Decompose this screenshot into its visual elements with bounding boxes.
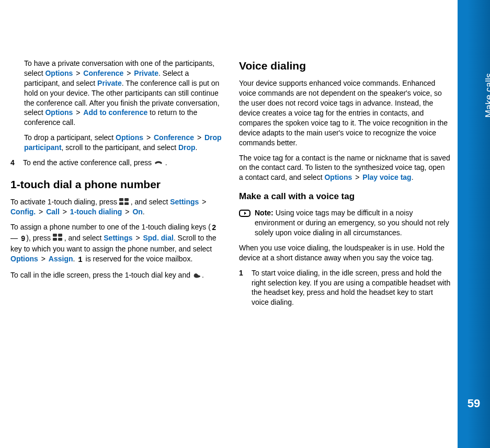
text: To activate 1-touch dialing, press <box>10 198 119 206</box>
text: , and select <box>131 198 170 206</box>
step-body: To start voice dialing, in the idle scre… <box>252 268 451 308</box>
sep: > <box>199 198 207 206</box>
svg-rect-5 <box>58 234 62 237</box>
svg-rect-0 <box>119 198 123 201</box>
play-voice-tag-link: Play voice tag <box>362 173 411 181</box>
para-drop: To drop a participant, select Options > … <box>24 133 222 153</box>
text: . <box>196 143 198 152</box>
send-key-icon <box>192 271 202 277</box>
key-1-icon: 1 <box>77 255 83 265</box>
drop-link: Drop <box>178 143 196 152</box>
right-column: Voice dialing Your device supports enhan… <box>239 59 451 313</box>
sep: > <box>73 69 83 77</box>
text: . <box>143 208 145 216</box>
sep: > <box>123 69 134 77</box>
side-tab: Make calls 59 <box>458 0 490 448</box>
text: Using voice tags may be difficult in a n… <box>255 209 449 237</box>
on-link: On <box>132 208 142 216</box>
para-voice-tag: The voice tag for a contact is the name … <box>239 153 451 183</box>
text: To end the active conference call, press <box>23 158 154 167</box>
text: , scroll to the participant, and select <box>62 143 178 152</box>
settings-link: Settings <box>104 234 132 242</box>
text: To assign a phone number to one of the 1… <box>10 223 211 231</box>
private-link: Private <box>97 79 122 87</box>
section-label: Make calls <box>483 73 490 118</box>
conference-private-paragraph: To have a private conversation with one … <box>10 59 222 153</box>
para-loudspeaker: When you use voice dialing, the loudspea… <box>239 243 451 263</box>
step-4: 4 To end the active conference call, pre… <box>10 158 222 168</box>
para-assign-one-touch: To assign a phone number to one of the 1… <box>10 222 222 265</box>
heading-one-touch-dial: 1-touch dial a phone number <box>10 177 222 192</box>
text: , and select <box>64 234 104 242</box>
menu-key-icon <box>53 234 62 240</box>
step-number: 1 <box>239 268 246 308</box>
sep: > <box>352 173 362 181</box>
sep: > <box>60 208 70 216</box>
svg-rect-4 <box>53 234 57 237</box>
text: To drop a participant, select <box>24 133 116 142</box>
sep: > <box>143 133 154 142</box>
svg-rect-7 <box>58 238 62 241</box>
config-link: Config. <box>10 208 36 216</box>
text: ), press <box>26 234 53 242</box>
options-link: Options <box>45 69 73 77</box>
note-label: Note: <box>255 209 274 217</box>
sep: > <box>38 255 49 263</box>
text: — <box>10 234 20 242</box>
private-link: Private <box>134 69 158 77</box>
sep: > <box>73 108 83 117</box>
heading-make-call-voice-tag: Make a call with a voice tag <box>239 191 451 203</box>
key-2-icon: 2 <box>211 223 217 233</box>
svg-rect-2 <box>119 202 123 205</box>
text: . <box>202 271 204 279</box>
options-link: Options <box>116 133 143 142</box>
sep: > <box>133 234 143 242</box>
para-private: To have a private conversation with one … <box>24 59 222 128</box>
sep: > <box>194 133 204 142</box>
key-9-icon: 9 <box>20 234 26 244</box>
text: . <box>73 255 77 263</box>
end-key-icon <box>154 158 163 165</box>
note-text: Note: Using voice tags may be difficult … <box>255 208 451 238</box>
step-number: 4 <box>10 158 18 168</box>
step-body: To end the active conference call, press… <box>23 158 222 168</box>
sep: > <box>122 208 132 216</box>
spd-dial-link: Spd. dial <box>143 234 173 242</box>
page-number: 59 <box>458 396 490 411</box>
text: To call in the idle screen, press the 1-… <box>10 271 192 279</box>
svg-rect-1 <box>124 198 129 201</box>
call-link: Call <box>46 208 60 216</box>
sep: > <box>36 208 46 216</box>
text: is reserved for the voice mailbox. <box>84 255 193 263</box>
note-block: Note: Using voice tags may be difficult … <box>239 208 451 238</box>
heading-voice-dialing: Voice dialing <box>239 59 451 73</box>
left-column: To have a private conversation with one … <box>10 59 222 313</box>
text: . <box>165 158 167 167</box>
assign-link: Assign <box>49 255 73 263</box>
conference-link: Conference <box>83 69 123 77</box>
para-call-idle: To call in the idle screen, press the 1-… <box>10 270 222 280</box>
svg-rect-6 <box>53 238 57 241</box>
one-touch-dialing-link: 1-touch dialing <box>70 208 122 216</box>
menu-key-icon <box>119 198 129 204</box>
settings-link: Settings <box>170 198 199 206</box>
note-icon <box>239 209 250 238</box>
add-to-conference-link: Add to conference <box>83 108 147 117</box>
content-columns: To have a private conversation with one … <box>10 59 451 313</box>
options-link: Options <box>324 173 352 181</box>
text: . <box>412 173 414 181</box>
para-activate-one-touch: To activate 1-touch dialing, press , and… <box>10 197 222 217</box>
step-1: 1 To start voice dialing, in the idle sc… <box>239 268 451 308</box>
conference-link: Conference <box>154 133 194 142</box>
options-link: Options <box>45 108 73 117</box>
para-voice-intro: Your device supports enhanced voice comm… <box>239 78 451 147</box>
options-link: Options <box>10 255 38 263</box>
svg-rect-3 <box>124 202 129 205</box>
